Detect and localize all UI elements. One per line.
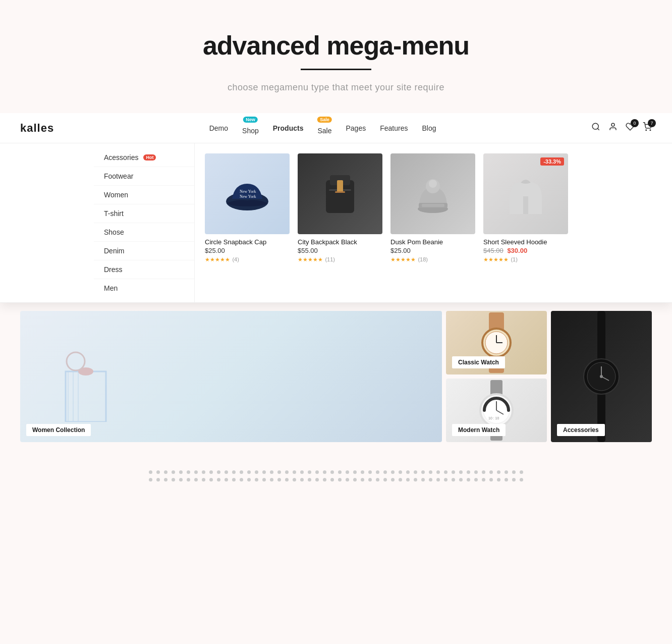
dot <box>247 470 251 474</box>
nav-item-shop[interactable]: New Shop <box>242 122 259 135</box>
dot <box>179 470 183 474</box>
product-image-cap: New York New York <box>205 153 290 234</box>
product-reviews-cap: (4) <box>232 256 239 262</box>
hero-divider <box>301 69 371 70</box>
dot <box>353 470 357 474</box>
promo-section: Women Collection Classic Watch <box>20 311 652 442</box>
mega-menu: Acessories Hot Footwear Women T-shirt Sh… <box>0 143 672 303</box>
sidebar-item-footwear[interactable]: Footwear <box>94 167 194 186</box>
promo-modern-watch[interactable]: 10 : 10 Modern Watch <box>446 379 547 442</box>
dot <box>383 478 387 481</box>
user-icon[interactable] <box>608 122 618 134</box>
dot <box>436 470 440 474</box>
product-reviews-backpack: (11) <box>325 256 335 262</box>
cart-icon[interactable]: 7 <box>643 122 652 134</box>
svg-rect-11 <box>337 180 343 193</box>
wishlist-icon[interactable]: 0 <box>626 122 635 134</box>
dot <box>459 470 463 474</box>
nav-item-blog[interactable]: Blog <box>422 124 436 132</box>
dot <box>520 470 523 474</box>
nav-item-products[interactable]: Products <box>273 124 304 132</box>
dot <box>277 478 281 481</box>
dot <box>285 470 289 474</box>
dot <box>262 470 266 474</box>
hoodie-svg <box>506 169 546 219</box>
dot <box>330 470 334 474</box>
dot <box>512 470 516 474</box>
product-reviews-beanie: (18) <box>418 256 428 262</box>
wishlist-count: 0 <box>631 119 639 127</box>
product-badge-discount: -33.3% <box>540 157 564 166</box>
product-name-backpack: City Backpack Black <box>298 238 382 246</box>
product-image-hoodie: -33.3% <box>483 153 568 234</box>
dot <box>406 470 410 474</box>
svg-point-0 <box>592 123 598 129</box>
dot <box>474 478 478 481</box>
product-card-cap[interactable]: New York New York Circle Snapback Cap $2… <box>205 153 290 292</box>
dot <box>225 470 228 474</box>
sidebar-label-men: Men <box>104 284 118 292</box>
dot <box>444 470 447 474</box>
sidebar-item-shose[interactable]: Shose <box>94 223 194 242</box>
sidebar-item-tshirt[interactable]: T-shirt <box>94 204 194 223</box>
nav-item-sale[interactable]: Sale Sale <box>317 122 331 135</box>
dot <box>482 470 485 474</box>
backpack-svg <box>320 170 360 218</box>
svg-rect-17 <box>422 204 444 207</box>
mega-menu-inner: Acessories Hot Footwear Women T-shirt Sh… <box>94 143 578 302</box>
sidebar-item-dress[interactable]: Dress <box>94 260 194 279</box>
sidebar-item-accessories[interactable]: Acessories Hot <box>94 148 194 167</box>
promo-accessories[interactable]: Accessories <box>551 311 652 442</box>
dot <box>217 470 220 474</box>
product-stars-cap: ★★★★★ (4) <box>205 254 290 263</box>
sidebar-item-men[interactable]: Men <box>94 279 194 297</box>
dot <box>308 470 311 474</box>
product-stars-beanie: ★★★★★ (18) <box>390 254 475 263</box>
dot <box>187 470 190 474</box>
sidebar-item-women[interactable]: Women <box>94 186 194 204</box>
dot <box>346 470 349 474</box>
dot <box>240 478 243 481</box>
dot <box>187 478 190 481</box>
product-name-cap: Circle Snapback Cap <box>205 238 290 246</box>
dot <box>315 478 319 481</box>
dot <box>505 478 508 481</box>
dot <box>391 478 395 481</box>
dot <box>467 470 470 474</box>
dot <box>300 478 304 481</box>
nav-item-demo[interactable]: Demo <box>209 124 228 132</box>
svg-text:10 : 10: 10 : 10 <box>488 416 499 420</box>
promo-modern-watch-label: Modern Watch <box>452 424 506 436</box>
dot <box>323 470 326 474</box>
svg-point-4 <box>650 130 651 131</box>
promo-classic-watch[interactable]: Classic Watch <box>446 311 547 374</box>
product-price-cap: $25.00 <box>205 247 290 254</box>
dot <box>262 478 266 481</box>
dot <box>452 470 455 474</box>
dot <box>452 478 455 481</box>
promo-women-collection[interactable]: Women Collection <box>20 311 442 442</box>
dot <box>406 478 410 481</box>
dot <box>172 470 175 474</box>
logo[interactable]: kalles <box>20 122 54 135</box>
product-card-hoodie[interactable]: -33.3% Short Sleeved Hoodie $45.00 $30.0… <box>483 153 568 292</box>
product-card-beanie[interactable]: Dusk Pom Beanie $25.00 ★★★★★ (18) <box>390 153 475 292</box>
svg-text:New York: New York <box>240 194 256 199</box>
dot <box>391 470 395 474</box>
dot <box>436 478 440 481</box>
sidebar-label-shose: Shose <box>104 228 124 236</box>
sidebar-item-denim[interactable]: Denim <box>94 242 194 260</box>
accessories-svg <box>551 311 652 442</box>
dot <box>429 478 432 481</box>
product-card-backpack[interactable]: City Backpack Black $55.00 ★★★★★ (11) <box>298 153 382 292</box>
cart-count: 7 <box>648 119 656 127</box>
search-icon[interactable] <box>591 122 600 134</box>
nav-item-features[interactable]: Features <box>380 124 408 132</box>
dot <box>232 478 236 481</box>
navbar: kalles Demo New Shop Products Sale Sale … <box>0 113 672 143</box>
dot <box>232 470 236 474</box>
product-name-hoodie: Short Sleeved Hoodie <box>483 238 568 246</box>
nav-item-pages[interactable]: Pages <box>346 124 366 132</box>
dot <box>520 478 523 481</box>
dot <box>164 478 167 481</box>
